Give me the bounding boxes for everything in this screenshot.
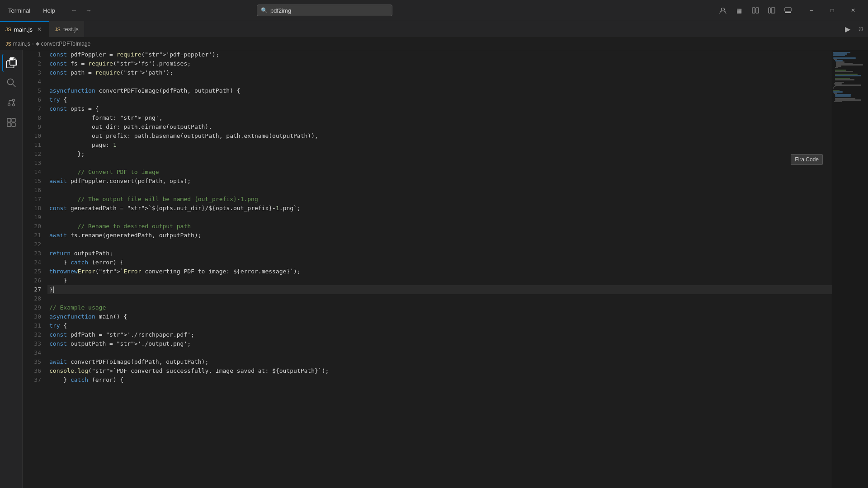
line-number: 4 xyxy=(23,77,41,86)
code-line[interactable]: const outputPath = "str">'./output.png'; xyxy=(47,339,832,348)
code-line[interactable]: const fs = require("str">'fs').promises; xyxy=(47,59,832,68)
sidebar-toggle-button[interactable] xyxy=(765,4,778,17)
line-number: 31 xyxy=(23,321,41,330)
code-line[interactable] xyxy=(47,240,832,249)
svg-rect-5 xyxy=(785,8,791,11)
close-button[interactable]: ✕ xyxy=(843,0,863,21)
nav-buttons: ← → xyxy=(68,4,95,17)
code-line[interactable]: try { xyxy=(47,321,832,330)
line-number: 7 xyxy=(23,104,41,113)
menu-help[interactable]: Help xyxy=(39,0,59,21)
code-content[interactable]: const pdfPoppler = require("str">'pdf-po… xyxy=(47,50,832,488)
line-number: 9 xyxy=(23,122,41,131)
code-line[interactable]: // Convert PDF to image xyxy=(47,168,832,177)
tab-main-js[interactable]: JS main.js ✕ xyxy=(0,21,49,37)
code-line[interactable]: const pdfPath = "str">'./rsrchpaper.pdf'… xyxy=(47,330,832,339)
minimap-line xyxy=(833,55,845,56)
menu-terminal[interactable]: Terminal xyxy=(5,0,34,21)
breadcrumb-fn-icon: ◆ xyxy=(36,41,39,47)
nav-back-button[interactable]: ← xyxy=(68,4,80,17)
svg-rect-2 xyxy=(756,8,759,13)
line-number: 23 xyxy=(23,249,41,258)
minimap-line xyxy=(835,79,854,80)
activity-search[interactable] xyxy=(2,74,20,92)
line-number: 35 xyxy=(23,357,41,366)
code-line[interactable]: // The output file will be named {out_pr… xyxy=(47,195,832,204)
svg-rect-3 xyxy=(769,8,770,13)
minimap-line xyxy=(835,84,861,86)
line-number: 34 xyxy=(23,348,41,357)
debug-run-button[interactable]: ⛭ xyxy=(854,21,868,37)
code-line[interactable]: } catch (error) { xyxy=(47,375,832,385)
code-line[interactable] xyxy=(47,213,832,222)
maximize-button[interactable]: □ xyxy=(822,0,843,21)
line-number: 25 xyxy=(23,267,41,276)
minimap-line xyxy=(835,75,861,76)
line-number: 17 xyxy=(23,195,41,204)
svg-rect-14 xyxy=(7,118,11,122)
line-number: 27 xyxy=(23,285,41,294)
code-line[interactable]: await pdfPoppler.convert(pdfPath, opts); xyxy=(47,177,832,186)
title-bar-right: ▦ – □ ✕ xyxy=(716,0,863,21)
code-line[interactable]: const path = require("str">'path'); xyxy=(47,68,832,77)
code-line[interactable] xyxy=(47,348,832,357)
line-number: 15 xyxy=(23,177,41,186)
tab-test-js[interactable]: JS test.js xyxy=(49,21,85,37)
code-line[interactable]: page: 1 xyxy=(47,141,832,150)
code-line[interactable]: async function main() { xyxy=(47,312,832,321)
layout-button[interactable]: ▦ xyxy=(732,4,746,17)
line-number: 11 xyxy=(23,141,41,150)
svg-point-7 xyxy=(7,79,13,85)
code-line[interactable]: await convertPDFToImage(pdfPath, outputP… xyxy=(47,357,832,366)
nav-forward-button[interactable]: → xyxy=(82,4,95,17)
code-line[interactable]: // Example usage xyxy=(47,303,832,312)
code-line[interactable]: return outputPath; xyxy=(47,249,832,258)
editor-container: 1234567891011121314151617181920212223242… xyxy=(0,50,868,488)
split-editor-button[interactable] xyxy=(749,4,762,17)
code-editor[interactable]: 1234567891011121314151617181920212223242… xyxy=(23,50,868,488)
code-line[interactable] xyxy=(47,159,832,168)
code-line[interactable] xyxy=(47,186,832,195)
code-line[interactable]: console.log("str">`PDF converted success… xyxy=(47,366,832,375)
code-line[interactable]: } xyxy=(47,276,832,285)
code-line[interactable]: out_dir: path.dirname(outputPath), xyxy=(47,122,832,131)
activity-git[interactable] xyxy=(2,94,20,112)
minimize-button[interactable]: – xyxy=(801,0,822,21)
minimap xyxy=(832,50,868,488)
code-line[interactable]: // Rename to desired output path xyxy=(47,222,832,231)
title-bar: Terminal Help ← → 🔍 ▦ xyxy=(0,0,868,21)
code-line[interactable]: const pdfPoppler = require("str">'pdf-po… xyxy=(47,50,832,59)
svg-line-8 xyxy=(13,84,15,87)
breadcrumb-main-js[interactable]: main.js xyxy=(13,41,30,47)
svg-point-11 xyxy=(12,104,14,106)
code-line[interactable]: } catch (error) { xyxy=(47,258,832,267)
code-line[interactable]: const opts = { xyxy=(47,104,832,113)
search-bar[interactable]: 🔍 xyxy=(257,5,392,16)
tab-js-icon-main: JS xyxy=(5,27,11,32)
code-line[interactable]: format: "str">'png', xyxy=(47,113,832,122)
code-line[interactable] xyxy=(47,77,832,86)
activity-extensions[interactable] xyxy=(2,113,20,131)
code-line[interactable]: } xyxy=(47,285,832,294)
code-line[interactable]: async function convertPDFToImage(pdfPath… xyxy=(47,86,832,95)
code-line[interactable]: out_prefix: path.basename(outputPath, pa… xyxy=(47,131,832,141)
line-number: 14 xyxy=(23,168,41,177)
minimap-line xyxy=(833,87,834,89)
code-line[interactable]: }; xyxy=(47,150,832,159)
breadcrumb-function[interactable]: convertPDFToImage xyxy=(41,41,90,47)
line-number: 2 xyxy=(23,59,41,68)
svg-point-10 xyxy=(12,99,14,102)
run-button[interactable]: ▶ xyxy=(841,21,854,37)
activity-explorer[interactable] xyxy=(2,54,20,72)
code-line[interactable]: try { xyxy=(47,95,832,104)
panel-toggle-button[interactable] xyxy=(781,4,795,17)
code-line[interactable]: const generatedPath = "str">`${opts.out_… xyxy=(47,204,832,213)
code-line[interactable] xyxy=(47,294,832,303)
breadcrumb-icon: JS xyxy=(5,41,11,47)
code-line[interactable]: throw new Error("str">`Error converting … xyxy=(47,267,832,276)
tab-main-js-close[interactable]: ✕ xyxy=(35,25,43,33)
accounts-button[interactable] xyxy=(716,4,730,17)
search-input[interactable] xyxy=(270,7,388,14)
code-line[interactable]: await fs.rename(generatedPath, outputPat… xyxy=(47,231,832,240)
line-number: 6 xyxy=(23,95,41,104)
